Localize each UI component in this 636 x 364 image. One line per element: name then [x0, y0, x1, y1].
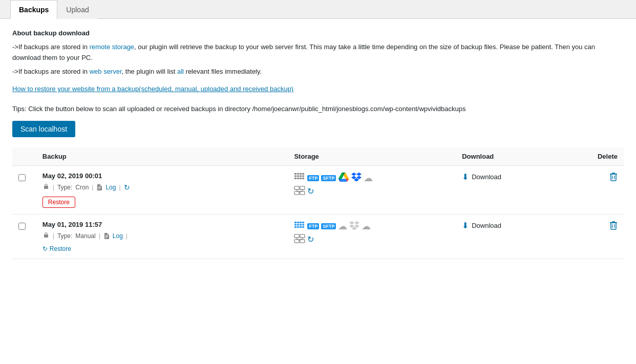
row2-check-cell [12, 215, 36, 259]
row1-sftp-badge: SFTP [321, 175, 336, 181]
row2-type-label: Type: [57, 232, 72, 240]
row2-restore-label: Restore [50, 245, 71, 252]
row2-delete-icon[interactable] [609, 223, 618, 231]
svg-rect-11 [300, 178, 302, 179]
svg-rect-12 [302, 178, 304, 179]
svg-rect-19 [297, 222, 299, 223]
row1-delete-cell [576, 166, 624, 215]
svg-rect-5 [294, 176, 296, 177]
row2-doc-icon [103, 232, 110, 240]
row1-download-label: Download [472, 173, 501, 181]
row2-download-button[interactable]: ⬇ Download [462, 221, 501, 230]
svg-rect-9 [294, 178, 296, 179]
row2-lock-icon [43, 231, 50, 240]
svg-rect-6 [297, 176, 299, 177]
row2-download-cell: ⬇ Download [456, 215, 576, 259]
table-row: May 01, 2019 11:57 | Type: Manual [12, 215, 624, 259]
row1-dropbox-icon [351, 172, 362, 184]
info-line2-mid: , the plugin will list [122, 68, 177, 75]
row2-ftp-badge: FTP [307, 223, 319, 229]
svg-rect-17 [44, 234, 48, 238]
row2-storage-cell: FTP SFTP ☁ [288, 215, 456, 259]
row2-log-link[interactable]: Log [113, 232, 123, 240]
svg-rect-20 [300, 222, 302, 223]
row2-cloud-icon: ☁ [338, 221, 347, 232]
row1-doc-icon [96, 184, 102, 191]
col-check-header [12, 147, 36, 166]
svg-rect-28 [300, 226, 302, 228]
svg-rect-4 [302, 173, 304, 175]
col-delete-header: Delete [576, 147, 624, 166]
backup-table: Backup Storage Download Delete May 02, 2… [12, 147, 624, 259]
row1-gdrive-icon [338, 173, 349, 183]
svg-rect-10 [297, 178, 299, 179]
svg-rect-16 [300, 191, 305, 195]
row2-type-value: Manual [75, 232, 95, 240]
svg-rect-27 [297, 226, 299, 228]
row2-dropbox-icon [349, 221, 359, 232]
svg-rect-29 [302, 226, 304, 228]
row2-meta: | Type: Manual | Log | [43, 231, 282, 240]
info-line2-before: ->If backups are stored in [12, 68, 90, 75]
page-wrapper: Backups Upload About backup download ->I… [0, 0, 636, 364]
info-line2-highlight1: web server [90, 68, 122, 75]
info-line-1: ->If backups are stored in remote storag… [12, 42, 624, 63]
svg-rect-2 [297, 173, 299, 175]
svg-rect-22 [294, 224, 296, 225]
row1-checkbox[interactable] [18, 174, 26, 181]
row1-refresh-icon[interactable]: ↻ [124, 183, 130, 191]
tips-text: Tips: Click the button below to scan all… [12, 104, 624, 115]
row1-storage-row2: ↻ [294, 186, 450, 197]
lock-svg [43, 183, 50, 190]
info-line1-highlight: remote storage [90, 43, 134, 51]
row1-log-link[interactable]: Log [105, 184, 116, 191]
row1-delete-icon[interactable] [609, 174, 618, 183]
row1-cloud-icon: ☁ [364, 173, 373, 184]
info-line-2: ->If backups are stored in web server, t… [12, 67, 624, 77]
svg-rect-0 [44, 186, 48, 189]
row1-date: May 02, 2019 00:01 [43, 172, 282, 180]
svg-rect-32 [295, 240, 300, 243]
svg-rect-31 [300, 234, 305, 238]
row2-download-label: Download [472, 222, 501, 229]
svg-rect-26 [294, 226, 296, 228]
svg-rect-24 [300, 224, 302, 225]
row2-restore-container: ↻ Restore [43, 244, 282, 252]
about-title: About backup download [12, 29, 624, 37]
tabs-bar: Backups Upload [0, 0, 636, 19]
svg-rect-15 [295, 191, 300, 195]
row1-plugin-icon [294, 186, 305, 197]
row1-download-cell: ⬇ Download [456, 166, 576, 215]
scan-localhost-button[interactable]: Scan localhost [12, 121, 75, 137]
row1-download-button[interactable]: ⬇ Download [462, 172, 501, 182]
col-download-header: Download [456, 147, 576, 166]
row1-sep2: | [92, 184, 93, 191]
row2-cloud2-icon: ☁ [362, 221, 371, 232]
info-line2-highlight2: all [177, 68, 184, 75]
row1-storage-cell: FTP SFTP [288, 166, 456, 215]
svg-rect-13 [295, 186, 300, 189]
svg-rect-18 [294, 222, 296, 223]
row2-sftp-badge: SFTP [321, 223, 336, 229]
row1-ftp-badge: FTP [307, 175, 319, 181]
svg-rect-33 [300, 240, 305, 243]
col-backup-header: Backup [36, 147, 288, 166]
svg-rect-23 [297, 224, 299, 225]
row1-backup-cell: May 02, 2019 00:01 | Type: [36, 166, 288, 215]
row1-sep3: | [119, 184, 120, 191]
tab-backups[interactable]: Backups [10, 0, 57, 19]
row2-sep3: | [126, 232, 128, 240]
row1-lock-icon [43, 183, 50, 191]
row2-restore-refresh-icon: ↻ [43, 245, 48, 252]
row2-plugin-icon [294, 234, 305, 245]
row1-restore-button[interactable]: Restore [43, 197, 75, 208]
row1-download-arrow-icon: ⬇ [462, 172, 469, 182]
restore-guide-link[interactable]: How to restore your website from a backu… [12, 85, 293, 93]
tab-upload[interactable]: Upload [57, 0, 97, 19]
row1-storage-db-icon [294, 173, 305, 183]
lock-svg-2 [43, 231, 50, 239]
row2-sep1: | [53, 232, 54, 240]
row2-checkbox[interactable] [18, 223, 26, 230]
row2-download-arrow-icon: ⬇ [462, 221, 469, 230]
row2-restore-button[interactable]: ↻ Restore [43, 245, 71, 252]
